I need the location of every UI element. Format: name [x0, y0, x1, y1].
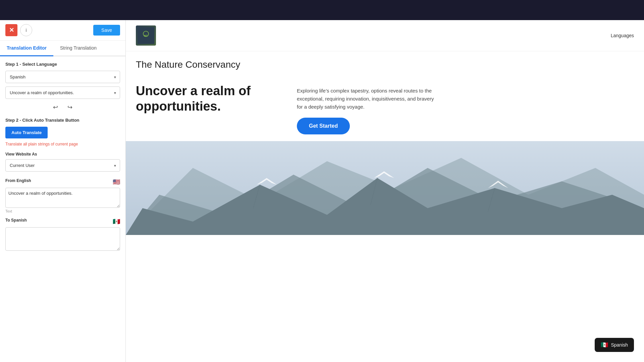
tabs-container: Translation Editor String Translation [0, 41, 125, 56]
hero-heading: Uncover a realm of opportunities. [136, 83, 277, 114]
tab-translation-editor[interactable]: Translation Editor [0, 41, 53, 56]
site-header: NC Languages [126, 20, 644, 51]
from-english-title: From English [5, 178, 31, 183]
main-area: ✕ i Save Translation Editor String Trans… [0, 20, 644, 362]
badge-flag-icon: 🇲🇽 [601, 341, 608, 349]
hero-text: Exploring life’s complex tapestry, optio… [297, 87, 438, 111]
to-spanish-textarea[interactable] [5, 227, 120, 251]
get-started-button[interactable]: Get Started [297, 118, 350, 134]
tab-string-translation[interactable]: String Translation [53, 41, 103, 56]
to-spanish-title: To Spanish [5, 218, 27, 223]
languages-button[interactable]: Languages [611, 33, 634, 38]
view-as-select-wrapper: Current User Guest Admin [5, 159, 120, 172]
close-button[interactable]: ✕ [5, 24, 17, 36]
hero-content: Uncover a realm of opportunities. Explor… [126, 77, 644, 141]
string-select[interactable]: Uncover a realm of opportunities. The Na… [5, 86, 120, 99]
panel-body: Step 1 - Select Language Spanish French … [0, 56, 125, 362]
language-select[interactable]: Spanish French German Italian Portuguese [5, 71, 120, 83]
site-logo: NC [136, 25, 156, 46]
site-title: The Nature Conservancy [126, 51, 644, 77]
view-as-title: View Website As [5, 152, 120, 157]
auto-translate-button[interactable]: Auto Translate [5, 127, 48, 138]
text-type-label: Text [5, 209, 120, 213]
view-as-select[interactable]: Current User Guest Admin [5, 159, 120, 172]
english-flag-icon: 🇺🇸 [113, 178, 120, 186]
translate-hint[interactable]: Translate all plain strings of current p… [5, 142, 120, 146]
step2-title: Step 2 - Click Auto Translate Button [5, 118, 120, 123]
badge-label: Spanish [611, 342, 628, 348]
prev-arrow-button[interactable]: ↩ [50, 102, 61, 112]
top-bar [0, 0, 644, 20]
logo-image: NC [136, 25, 156, 46]
from-english-textarea[interactable] [5, 188, 120, 208]
left-panel: ✕ i Save Translation Editor String Trans… [0, 20, 126, 362]
spanish-flag-icon: 🇲🇽 [113, 218, 120, 225]
language-select-wrapper: Spanish French German Italian Portuguese [5, 71, 120, 83]
language-badge: 🇲🇽 Spanish [595, 338, 634, 352]
to-spanish-row: To Spanish 🇲🇽 [5, 218, 120, 225]
save-button[interactable]: Save [93, 25, 120, 36]
from-english-row: From English 🇺🇸 [5, 178, 120, 186]
panel-header: ✕ i Save [0, 20, 125, 41]
nav-arrows: ↩ ↪ [5, 102, 120, 112]
string-select-wrapper: Uncover a realm of opportunities. The Na… [5, 86, 120, 99]
step1-title: Step 1 - Select Language [5, 62, 120, 67]
info-button[interactable]: i [20, 24, 32, 36]
hero-right: Exploring life’s complex tapestry, optio… [297, 83, 438, 134]
right-panel: NC Languages The Nature Conservancy Unco… [126, 20, 644, 362]
mountain-image [126, 141, 644, 235]
next-arrow-button[interactable]: ↪ [65, 102, 75, 112]
